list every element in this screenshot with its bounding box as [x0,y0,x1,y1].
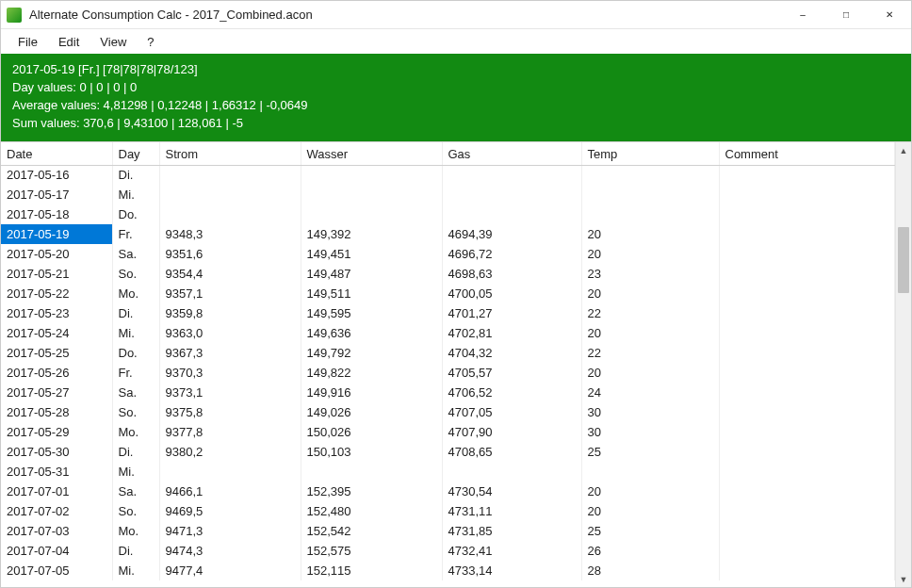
cell-strom[interactable]: 9359,8 [159,303,301,323]
table-row[interactable]: 2017-05-25Do.9367,3149,7924704,3222 [1,343,895,363]
cell-date[interactable]: 2017-05-29 [1,422,112,442]
table-row[interactable]: 2017-07-03Mo.9471,3152,5424731,8525 [1,521,895,541]
cell-date[interactable]: 2017-07-02 [1,501,112,521]
cell-day[interactable]: Sa. [112,383,159,402]
cell-wasser[interactable]: 152,542 [301,521,442,541]
cell-gas[interactable]: 4708,65 [442,442,581,462]
cell-temp[interactable]: 25 [581,442,719,462]
cell-temp[interactable]: 28 [581,561,719,580]
cell-date[interactable]: 2017-05-21 [1,264,112,284]
cell-day[interactable]: Sa. [112,244,159,264]
cell-temp[interactable]: 20 [581,323,719,343]
cell-strom[interactable] [159,185,301,204]
cell-strom[interactable] [159,204,301,224]
cell-gas[interactable]: 4731,85 [442,521,581,541]
cell-strom[interactable]: 9380,2 [159,442,301,462]
cell-temp[interactable]: 20 [581,244,719,264]
scroll-down-arrow-icon[interactable]: ▼ [896,571,911,587]
cell-gas[interactable]: 4705,57 [442,363,581,383]
cell-date[interactable]: 2017-05-23 [1,303,112,323]
cell-strom[interactable]: 9351,6 [159,244,301,264]
cell-gas[interactable]: 4696,72 [442,244,581,264]
table-row[interactable]: 2017-05-22Mo.9357,1149,5114700,0520 [1,284,895,303]
cell-strom[interactable] [159,165,301,185]
table-row[interactable]: 2017-05-26Fr.9370,3149,8224705,5720 [1,363,895,383]
cell-gas[interactable]: 4694,39 [442,224,581,244]
cell-gas[interactable]: 4731,11 [442,501,581,521]
menu-view[interactable]: View [90,32,136,52]
cell-wasser[interactable]: 149,451 [301,244,442,264]
cell-temp[interactable]: 26 [581,541,719,561]
cell-comment[interactable] [719,224,895,244]
cell-temp[interactable]: 20 [581,284,719,303]
cell-day[interactable]: So. [112,501,159,521]
cell-gas[interactable]: 4700,05 [442,284,581,303]
cell-day[interactable]: Sa. [112,482,159,501]
cell-gas[interactable]: 4702,81 [442,323,581,343]
cell-day[interactable]: Mi. [112,462,159,482]
cell-strom[interactable]: 9363,0 [159,323,301,343]
cell-comment[interactable] [719,363,895,383]
cell-comment[interactable] [719,541,895,561]
cell-strom[interactable]: 9354,4 [159,264,301,284]
cell-comment[interactable] [719,185,895,204]
cell-gas[interactable]: 4732,41 [442,541,581,561]
scroll-thumb[interactable] [898,227,909,293]
cell-date[interactable]: 2017-05-22 [1,284,112,303]
cell-strom[interactable]: 9367,3 [159,343,301,363]
cell-day[interactable]: Mo. [112,521,159,541]
cell-comment[interactable] [719,501,895,521]
cell-temp[interactable]: 20 [581,363,719,383]
cell-temp[interactable]: 20 [581,501,719,521]
cell-temp[interactable] [581,462,719,482]
table-row[interactable]: 2017-07-04Di.9474,3152,5754732,4126 [1,541,895,561]
col-header-day[interactable]: Day [112,142,159,165]
cell-wasser[interactable]: 149,792 [301,343,442,363]
cell-wasser[interactable]: 150,103 [301,442,442,462]
cell-date[interactable]: 2017-05-25 [1,343,112,363]
cell-temp[interactable]: 20 [581,482,719,501]
cell-wasser[interactable]: 149,916 [301,383,442,402]
cell-date[interactable]: 2017-07-01 [1,482,112,501]
cell-comment[interactable] [719,383,895,402]
cell-date[interactable]: 2017-05-16 [1,165,112,185]
table-row[interactable]: 2017-05-29Mo.9377,8150,0264707,9030 [1,422,895,442]
cell-gas[interactable]: 4707,05 [442,402,581,422]
cell-comment[interactable] [719,343,895,363]
cell-day[interactable]: So. [112,402,159,422]
col-header-strom[interactable]: Strom [159,142,301,165]
cell-comment[interactable] [719,284,895,303]
cell-date[interactable]: 2017-07-05 [1,561,112,580]
col-header-comment[interactable]: Comment [719,142,895,165]
cell-comment[interactable] [719,323,895,343]
cell-wasser[interactable]: 152,480 [301,501,442,521]
data-grid[interactable]: Date Day Strom Wasser Gas Temp Comment 2… [1,142,895,587]
cell-date[interactable]: 2017-05-30 [1,442,112,462]
cell-gas[interactable] [442,462,581,482]
scroll-up-arrow-icon[interactable]: ▲ [896,142,911,158]
cell-gas[interactable]: 4706,52 [442,383,581,402]
cell-strom[interactable]: 9474,3 [159,541,301,561]
cell-wasser[interactable]: 152,395 [301,482,442,501]
cell-wasser[interactable]: 149,392 [301,224,442,244]
cell-date[interactable]: 2017-05-20 [1,244,112,264]
table-row[interactable]: 2017-05-28So.9375,8149,0264707,0530 [1,402,895,422]
cell-gas[interactable]: 4704,32 [442,343,581,363]
cell-wasser[interactable]: 150,026 [301,422,442,442]
cell-date[interactable]: 2017-05-27 [1,383,112,402]
cell-day[interactable]: Di. [112,541,159,561]
cell-gas[interactable]: 4698,63 [442,264,581,284]
cell-wasser[interactable]: 149,487 [301,264,442,284]
menu-edit[interactable]: Edit [49,32,89,52]
cell-date[interactable]: 2017-05-18 [1,204,112,224]
table-row[interactable]: 2017-05-31Mi. [1,462,895,482]
table-row[interactable]: 2017-05-17Mi. [1,185,895,204]
cell-temp[interactable] [581,165,719,185]
cell-date[interactable]: 2017-05-19 [1,224,112,244]
col-header-date[interactable]: Date [1,142,112,165]
cell-gas[interactable]: 4707,90 [442,422,581,442]
cell-date[interactable]: 2017-05-31 [1,462,112,482]
cell-comment[interactable] [719,442,895,462]
cell-wasser[interactable]: 152,575 [301,541,442,561]
cell-day[interactable]: Mi. [112,185,159,204]
